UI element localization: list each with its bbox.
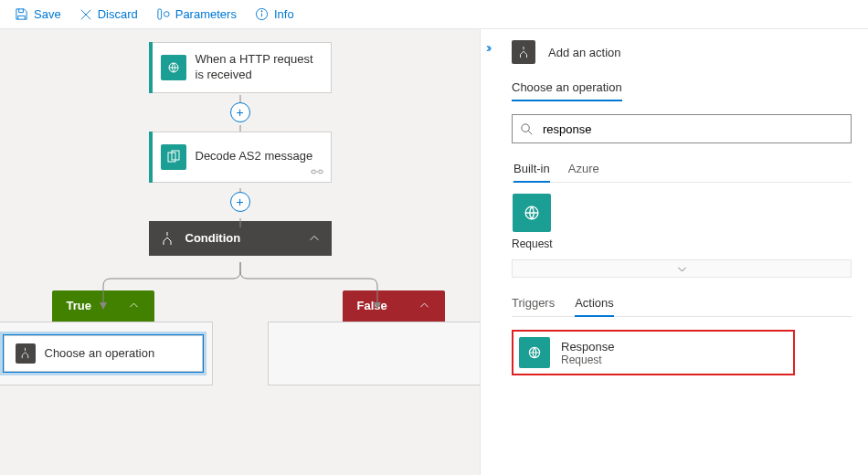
search-input[interactable]: [541, 121, 843, 137]
designer-canvas[interactable]: When a HTTP request is received + Decode…: [0, 29, 480, 475]
tab-azure[interactable]: Azure: [568, 156, 599, 182]
insert-step-button-2[interactable]: +: [230, 192, 250, 212]
condition-title: Condition: [185, 231, 241, 245]
operation-icon: [16, 343, 36, 364]
choose-operation-button[interactable]: Choose an operation: [4, 335, 203, 372]
chevron-down-icon: [676, 263, 688, 275]
search-icon: [520, 122, 534, 136]
connector-request[interactable]: Request: [512, 194, 553, 250]
panel-title: Add an action: [548, 46, 621, 59]
parameters-button[interactable]: Parameters: [147, 4, 246, 25]
as2-icon: [161, 144, 186, 170]
choose-operation-tab[interactable]: Choose an operation: [512, 75, 622, 101]
false-header[interactable]: False: [343, 290, 445, 322]
tab-actions[interactable]: Actions: [575, 290, 614, 317]
choose-operation-label: Choose an operation: [45, 346, 155, 360]
expand-connectors-button[interactable]: [512, 259, 852, 278]
request-connector-icon: [513, 194, 551, 232]
response-action-icon: [519, 337, 550, 368]
connector-request-label: Request: [512, 238, 553, 250]
parameters-label: Parameters: [175, 7, 237, 21]
operation-icon: [512, 40, 535, 64]
result-name: Response: [561, 340, 615, 354]
action-result-response[interactable]: Response Request: [512, 330, 795, 375]
chevron-up-icon: [128, 300, 140, 311]
trigger-title: When a HTTP request is received: [196, 52, 320, 83]
search-box[interactable]: [512, 114, 852, 143]
save-label: Save: [34, 7, 61, 21]
insert-step-button[interactable]: +: [230, 102, 250, 122]
svg-point-12: [522, 123, 529, 131]
info-icon: [255, 7, 269, 21]
tab-built-in[interactable]: Built-in: [513, 156, 550, 183]
parameters-icon: [156, 7, 170, 21]
http-request-icon: [161, 55, 186, 80]
condition-icon: [160, 231, 175, 246]
true-branch: True Choose an operation: [0, 290, 213, 385]
tab-triggers[interactable]: Triggers: [512, 290, 555, 316]
trigger-step[interactable]: When a HTTP request is received: [149, 42, 332, 93]
operation-panel: ›› Add an action Choose an operation Bui…: [480, 29, 868, 475]
save-button[interactable]: Save: [5, 4, 70, 25]
decode-as2-title: Decode AS2 message: [196, 149, 313, 164]
discard-label: Discard: [98, 7, 138, 21]
svg-point-6: [261, 11, 262, 12]
svg-line-13: [528, 131, 532, 134]
close-icon: [79, 8, 92, 21]
save-icon: [15, 7, 28, 21]
info-button[interactable]: Info: [246, 4, 303, 25]
svg-rect-2: [158, 9, 162, 19]
result-subtitle: Request: [561, 354, 615, 366]
true-header[interactable]: True: [52, 290, 154, 322]
discard-button[interactable]: Discard: [70, 4, 147, 25]
info-label: Info: [274, 7, 294, 21]
svg-point-3: [164, 12, 169, 17]
false-branch: False: [268, 290, 487, 385]
chevron-up-icon: [308, 232, 321, 245]
command-bar: Save Discard Parameters Info: [0, 0, 868, 29]
action-decode-as2[interactable]: Decode AS2 message: [149, 132, 332, 183]
chevron-up-icon: [418, 300, 430, 311]
link-icon: [311, 167, 323, 176]
collapse-panel-button[interactable]: ››: [486, 40, 489, 55]
